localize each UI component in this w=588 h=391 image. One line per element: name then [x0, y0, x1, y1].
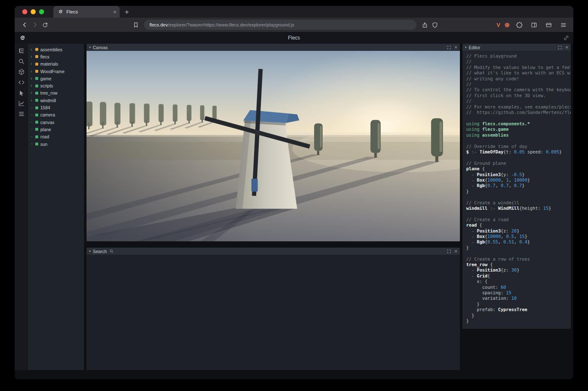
leaf-dash-icon: – [31, 106, 35, 110]
entity-label: canvas [40, 120, 54, 125]
code-line [466, 194, 567, 200]
tree-item-flecs[interactable]: ›flecs [28, 53, 84, 60]
tree-item-assemblies[interactable]: ›assemblies [28, 46, 84, 53]
entity-label: 1584 [40, 105, 50, 110]
entity-label: WoodFrame [40, 69, 65, 74]
code-line: road { [466, 222, 567, 228]
shield-icon[interactable] [430, 20, 440, 30]
extensions-puzzle-icon[interactable] [514, 20, 524, 30]
entity-label: game [40, 76, 51, 81]
search-results-area[interactable] [87, 255, 460, 370]
expand-arrow-icon[interactable]: › [31, 48, 35, 52]
collapse-chevron-icon[interactable]: ▾ [89, 45, 91, 49]
tree-item-scripts[interactable]: ›scripts [28, 82, 84, 89]
code-line: // [466, 98, 567, 104]
sidebar-toggle-icon[interactable] [529, 20, 539, 30]
tree-item-windmill[interactable]: ›windmill [28, 97, 84, 104]
expand-panel-icon[interactable] [447, 45, 451, 50]
entity-color-swatch [35, 99, 38, 102]
entity-label: tree_row [40, 90, 58, 95]
code-line: } [466, 318, 567, 324]
search-icon[interactable] [16, 57, 26, 66]
address-bar[interactable]: flecs.dev/explorer/?wasm=https://www.fle… [144, 20, 416, 30]
tree-item-plane[interactable]: –plane [28, 126, 84, 133]
reload-icon[interactable] [40, 20, 50, 30]
entity-color-swatch [35, 128, 38, 131]
pointer-icon[interactable] [16, 89, 26, 97]
expand-arrow-icon[interactable]: › [31, 84, 35, 88]
entity-label: windmill [40, 98, 56, 103]
new-tab-button[interactable]: + [125, 8, 129, 16]
search-icon[interactable] [109, 249, 114, 254]
minimize-window-button[interactable] [31, 9, 36, 14]
browser-tab[interactable]: Flecs × [53, 6, 120, 18]
expand-panel-icon[interactable] [558, 45, 562, 50]
3d-scene[interactable] [87, 51, 460, 241]
tree-item-game[interactable]: ›game [28, 75, 84, 82]
forward-icon[interactable] [30, 20, 40, 30]
expand-arrow-icon[interactable]: › [31, 77, 35, 81]
code-line [466, 115, 567, 121]
expand-arrow-icon[interactable]: › [31, 91, 35, 95]
expand-arrow-icon[interactable]: › [31, 62, 35, 66]
close-panel-icon[interactable]: × [565, 45, 568, 50]
code-line: } [466, 245, 567, 251]
code-line: // what it's like to work with an ECS wi… [466, 70, 567, 76]
dot-extension-icon[interactable] [505, 23, 509, 27]
tree-item-canvas[interactable]: –canvas [28, 119, 84, 126]
editor-panel: ▾ Editor × // Flecs playground//// Modif… [462, 44, 571, 329]
code-line: using flecs.components.* [466, 121, 567, 127]
tree-item-materials[interactable]: ›materials [28, 61, 84, 68]
v-extension-icon[interactable]: V [496, 22, 500, 28]
close-panel-icon[interactable]: × [454, 45, 457, 50]
tree-item-camera[interactable]: –camera [28, 111, 84, 119]
code-line: tree_row { [466, 262, 567, 267]
collapse-chevron-icon[interactable]: ▾ [89, 249, 91, 253]
zoom-window-button[interactable] [39, 9, 44, 14]
code-line: variation: 10 [466, 296, 567, 301]
url-domain: flecs.dev [150, 22, 168, 27]
chart-icon[interactable] [16, 99, 26, 108]
back-icon[interactable] [20, 20, 30, 30]
code-line: - Grid{ [466, 273, 567, 279]
canvas-panel-header: ▾ Canvas × [87, 44, 460, 51]
leaf-dash-icon: – [31, 142, 35, 146]
code-editor[interactable]: // Flecs playground//// Modify the value… [462, 51, 571, 329]
search-panel-title: Search [93, 249, 107, 254]
expand-arrow-icon[interactable]: › [31, 69, 35, 74]
code-line: - Box{10000, 1, 10000} [466, 177, 567, 183]
close-panel-icon[interactable]: × [454, 249, 457, 254]
code-line: spacing: 15 [466, 290, 567, 296]
tab-close-icon[interactable]: × [113, 9, 116, 15]
rows-icon[interactable] [16, 110, 26, 118]
box-icon[interactable] [16, 68, 26, 76]
bookmark-icon[interactable] [131, 20, 141, 30]
tree-item-tree_row[interactable]: ›tree_row [28, 90, 84, 97]
code-line: - Rgb{0.7, 0.7, 0.7} [466, 183, 567, 188]
code-line: count: 60 [466, 285, 567, 290]
leaf-dash-icon: – [31, 113, 35, 117]
tab-strip: Flecs × + [15, 6, 573, 18]
tree-item-road[interactable]: –road [28, 133, 84, 140]
tree-item-sun[interactable]: –sun [28, 140, 84, 148]
code-line: - Rgb{0.55, 0.51, 0.4} [466, 239, 567, 245]
tree-item-1584[interactable]: –1584 [28, 104, 84, 111]
menu-icon[interactable] [558, 20, 568, 30]
wallet-icon[interactable] [543, 20, 554, 30]
canvas-body [87, 51, 460, 241]
entity-label: camera [40, 112, 55, 117]
code-icon[interactable] [16, 78, 26, 87]
collapse-chevron-icon[interactable]: ▾ [465, 45, 467, 49]
code-line: // Create a row of trees [466, 256, 567, 262]
expand-arrow-icon[interactable]: › [31, 98, 35, 103]
expand-arrow-icon[interactable]: › [31, 55, 35, 59]
expand-panel-icon[interactable] [447, 249, 451, 254]
close-window-button[interactable] [22, 9, 27, 14]
share-icon[interactable] [420, 20, 430, 30]
tree-icon[interactable] [16, 47, 26, 55]
entity-color-swatch [35, 121, 38, 124]
code-line: // https://github.com/SanderMertens/flec… [466, 110, 567, 115]
entity-label: materials [40, 61, 58, 66]
entity-label: flecs [40, 54, 50, 59]
tree-item-woodframe[interactable]: ›WoodFrame [28, 68, 84, 75]
